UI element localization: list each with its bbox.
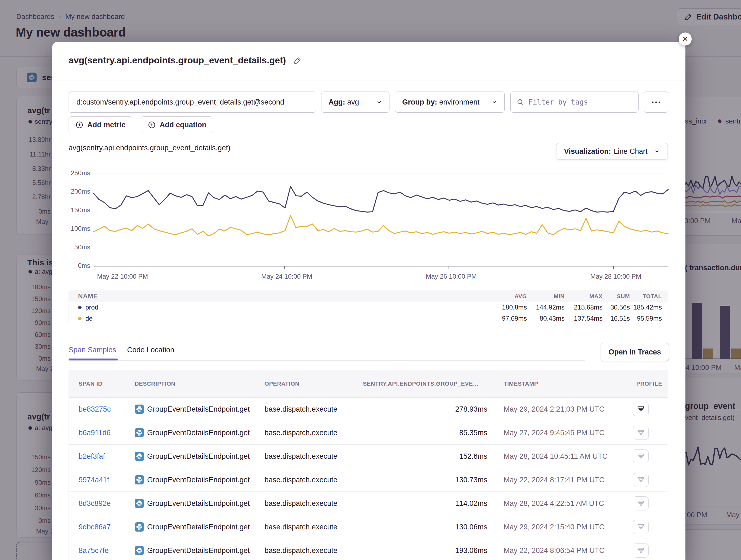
profile-button[interactable] (633, 520, 649, 534)
profile-button[interactable] (633, 449, 649, 463)
span-description: GroupEventDetailsEndpoint.get (147, 452, 250, 461)
python-icon (135, 546, 144, 555)
summary-col-total: TOTAL (630, 293, 668, 300)
table-row: 9974a41f GroupEventDetailsEndpoint.get b… (69, 468, 668, 491)
span-operation: base.dispatch.execute (265, 547, 363, 555)
span-timestamp: May 29, 2024 2:15:40 PM UTC (503, 523, 624, 531)
span-id-link[interactable]: 8d3c892e (79, 499, 111, 507)
python-icon (135, 475, 144, 484)
visualization-label: Visualization: (564, 147, 611, 156)
span-id-link[interactable]: be83275c (79, 405, 111, 413)
add-metric-label: Add metric (87, 121, 126, 129)
x-axis-tick: May 28 10:00 PM (581, 273, 651, 280)
span-timestamp: May 28, 2024 10:45:11 AM UTC (503, 452, 624, 461)
y-axis-tick: 250ms (62, 169, 90, 177)
python-icon (135, 452, 144, 461)
series-dot-icon (78, 306, 82, 309)
visualization-value: Line Chart (614, 147, 648, 156)
visualization-select[interactable]: Visualization: Line Chart (556, 143, 668, 160)
samples-header-row: SPAN ID DESCRIPTION OPERATION SENTRY.API… (69, 370, 668, 398)
x-axis-tick: May 26 10:00 PM (416, 273, 486, 280)
close-button[interactable]: ✕ (679, 32, 692, 46)
python-icon (135, 428, 144, 437)
summary-row-de[interactable]: de 97.69ms 80.43ms 137.54ms 16.51s 95.59… (69, 313, 668, 324)
metric-query-input[interactable] (76, 98, 309, 107)
span-id-link[interactable]: 9dbc86a7 (79, 523, 111, 531)
chevron-down-icon (376, 99, 382, 105)
span-id-link[interactable]: b2ef3faf (79, 452, 105, 460)
x-axis-tick: May 24 10:00 PM (252, 273, 322, 280)
more-options-button[interactable]: ⋯ (644, 91, 668, 113)
span-timestamp: May 27, 2024 9:45:45 PM UTC (503, 429, 624, 437)
span-operation: base.dispatch.execute (265, 452, 363, 461)
profile-button[interactable] (633, 496, 649, 510)
span-duration: 278.93ms (363, 405, 503, 413)
span-description: GroupEventDetailsEndpoint.get (147, 429, 250, 437)
span-timestamp: May 22, 2024 8:17:41 PM UTC (503, 476, 624, 484)
divider (52, 80, 685, 80)
table-row: 8a75c7fe GroupEventDetailsEndpoint.get b… (69, 539, 668, 560)
ellipsis-icon: ⋯ (651, 96, 661, 108)
metric-details-modal: avg(sentry.api.endpoints.group_event_det… (52, 42, 685, 560)
y-axis-tick: 0ms (62, 262, 90, 269)
tab-code-location[interactable]: Code Location (127, 346, 174, 354)
span-timestamp: May 29, 2024 2:21:03 PM UTC (503, 405, 624, 413)
col-description: DESCRIPTION (135, 381, 265, 387)
y-axis-tick: 50ms (62, 243, 90, 251)
profile-button[interactable] (633, 402, 649, 416)
edit-title-icon[interactable] (293, 56, 301, 65)
span-id-link[interactable]: 8a75c7fe (79, 547, 109, 555)
span-description: GroupEventDetailsEndpoint.get (147, 476, 250, 484)
agg-label: Agg: (329, 98, 345, 106)
search-icon (517, 98, 524, 106)
table-row: 8d3c892e GroupEventDetailsEndpoint.get b… (69, 491, 668, 515)
metric-query-field[interactable] (69, 91, 316, 113)
x-axis-tick: May 22 10:00 PM (87, 273, 158, 280)
add-equation-button[interactable]: Add equation (141, 116, 213, 133)
group-by-select[interactable]: Group by: environment (395, 91, 504, 113)
y-axis-tick: 200ms (62, 188, 90, 195)
chevron-down-icon (491, 99, 497, 105)
tag-filter-field[interactable] (510, 91, 638, 113)
span-timestamp: May 22, 2024 8:06:54 PM UTC (503, 547, 624, 555)
group-by-value: environment (440, 98, 480, 106)
span-id-link[interactable]: b6a911d6 (79, 429, 111, 437)
span-samples-table: SPAN ID DESCRIPTION OPERATION SENTRY.API… (69, 370, 668, 560)
span-operation: base.dispatch.execute (265, 405, 363, 413)
span-description: GroupEventDetailsEndpoint.get (147, 405, 250, 413)
span-duration: 193.06ms (363, 547, 503, 555)
close-icon: ✕ (682, 35, 688, 43)
divider (69, 361, 585, 361)
span-id-link[interactable]: 9974a41f (79, 476, 109, 484)
aggregation-select[interactable]: Agg: avg (321, 91, 390, 113)
python-icon (135, 405, 144, 414)
open-in-traces-label: Open in Traces (608, 348, 661, 356)
plus-circle-icon (148, 121, 156, 129)
tab-span-samples[interactable]: Span Samples (69, 346, 116, 354)
span-operation: base.dispatch.execute (265, 499, 363, 508)
summary-col-sum: SUM (603, 293, 630, 300)
tag-filter-input[interactable] (528, 98, 632, 107)
series-dot-icon (78, 317, 82, 320)
open-in-traces-button[interactable]: Open in Traces (601, 343, 669, 361)
col-profile: PROFILE (624, 381, 668, 387)
group-by-label: Group by: (402, 98, 437, 106)
summary-header-row: NAME AVG MIN MAX SUM TOTAL (69, 291, 668, 302)
agg-value: avg (347, 98, 359, 106)
span-duration: 130.73ms (363, 476, 503, 484)
plus-circle-icon (75, 121, 83, 129)
table-row: 9dbc86a7 GroupEventDetailsEndpoint.get b… (69, 515, 668, 539)
python-icon (135, 499, 144, 508)
span-operation: base.dispatch.execute (265, 523, 363, 531)
profile-button[interactable] (633, 544, 649, 558)
series-summary-table: NAME AVG MIN MAX SUM TOTAL prod 180.8ms … (69, 291, 668, 324)
summary-row-prod[interactable]: prod 180.8ms 144.92ms 215.68ms 30.56s 18… (69, 302, 668, 313)
profile-button[interactable] (633, 473, 649, 487)
chart-query-label: avg(sentry.api.endpoints.group_event_det… (69, 144, 230, 152)
profile-button[interactable] (633, 426, 649, 440)
span-duration: 114.02ms (363, 499, 503, 508)
add-metric-button[interactable]: Add metric (69, 116, 132, 133)
span-duration: 130.06ms (363, 523, 503, 531)
summary-col-name: NAME (69, 293, 489, 300)
span-description: GroupEventDetailsEndpoint.get (147, 523, 250, 531)
